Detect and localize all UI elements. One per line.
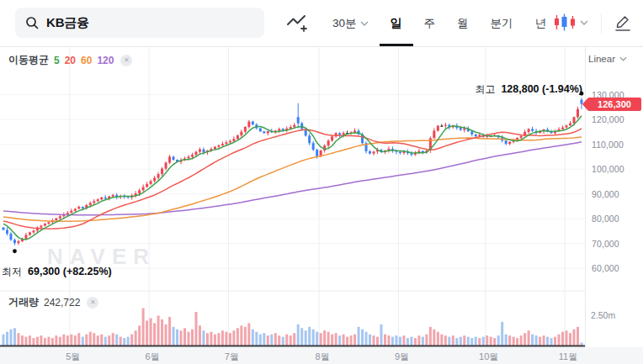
x-axis-label: 5월 (66, 351, 80, 363)
y-axis-label: 110,000 (592, 140, 624, 150)
draw-tool-button[interactable] (613, 13, 633, 33)
interval-tab-년[interactable]: 년 (524, 0, 558, 46)
interval-tab-30분[interactable]: 30분 (322, 0, 380, 46)
volume-axis-label: 2.50m (591, 310, 615, 320)
volume-legend: 거래량 242,722 (8, 295, 98, 309)
interval-tab-일[interactable]: 일 (380, 0, 413, 46)
ma-period-60: 60 (81, 55, 92, 66)
pencil-icon (613, 13, 633, 33)
ma-20-line (3, 129, 582, 229)
interval-tab-주[interactable]: 주 (413, 0, 447, 46)
y-axis-label: 70,000 (592, 239, 619, 249)
ma-period-values: 52060120 (54, 55, 114, 66)
low-annotation: 최저69,300 (+82.25%) (2, 263, 112, 279)
y-axis-label: 100,000 (592, 164, 624, 174)
interval-tabs: 30분일주월분기년 (322, 0, 557, 46)
ma-period-5: 5 (54, 55, 60, 66)
ma-legend-label: 이동평균 (8, 53, 49, 67)
chevron-down-icon (360, 21, 369, 26)
y-axis-label: 80,000 (592, 214, 619, 224)
low-marker-dot (13, 249, 17, 253)
chart-style-button[interactable] (554, 13, 588, 31)
scale-label: Linear (588, 54, 615, 64)
current-price-badge: 126,300 (587, 98, 641, 111)
h-gridlines (0, 95, 584, 269)
high-change: (-1.94%) (542, 83, 582, 95)
search-input[interactable]: KB금융 (46, 15, 89, 31)
toolbar-divider (601, 13, 602, 34)
x-axis-label: 10월 (479, 351, 498, 363)
add-indicator-button[interactable] (286, 13, 309, 33)
x-axis-label: 6월 (146, 351, 160, 363)
y-axis-label: 90,000 (592, 189, 619, 199)
y-axis[interactable]: 130,000120,000110,000100,00090,00080,000… (585, 46, 643, 347)
search-icon (25, 16, 39, 29)
x-axis-label: 8월 (316, 351, 330, 363)
add-indicator-icon (286, 13, 309, 33)
close-icon[interactable] (87, 297, 98, 309)
stock-chart-app: NAVER KB금융 30분일주월분기년 (0, 0, 643, 364)
candle-style-icon (554, 13, 577, 31)
interval-tab-분기[interactable]: 분기 (480, 0, 524, 46)
stock-search-box[interactable]: KB금융 (15, 8, 264, 38)
ma-period-120: 120 (97, 55, 114, 66)
chevron-down-icon (619, 56, 627, 61)
high-label: 최고 (475, 83, 495, 95)
interval-tab-월[interactable]: 월 (446, 0, 480, 46)
scale-selector[interactable]: Linear (588, 54, 627, 64)
low-label: 최저 (2, 266, 22, 277)
chevron-down-icon (580, 20, 588, 25)
low-value: 69,300 (28, 266, 60, 277)
close-icon[interactable] (120, 55, 132, 66)
x-axis[interactable]: 5월6월7월8월9월10월11월 (0, 347, 643, 364)
ma-legend: 이동평균 52060120 (8, 53, 132, 67)
volume-value: 242,722 (44, 297, 80, 309)
high-value: 128,800 (501, 83, 539, 95)
volume-bars (3, 309, 583, 346)
x-axis-label: 11월 (559, 351, 577, 363)
ma-60-line (3, 137, 582, 221)
volume-label: 거래량 (8, 295, 39, 309)
y-axis-label: 60,000 (592, 263, 619, 273)
x-axis-label: 7월 (225, 351, 239, 363)
toolbar: KB금융 30분일주월분기년 (0, 0, 643, 47)
high-annotation: 최고128,800 (-1.94%) (475, 81, 582, 97)
low-change: (+82.25%) (63, 266, 112, 277)
ma-period-20: 20 (65, 55, 76, 66)
y-axis-label: 120,000 (592, 114, 624, 124)
x-axis-label: 9월 (395, 351, 409, 363)
